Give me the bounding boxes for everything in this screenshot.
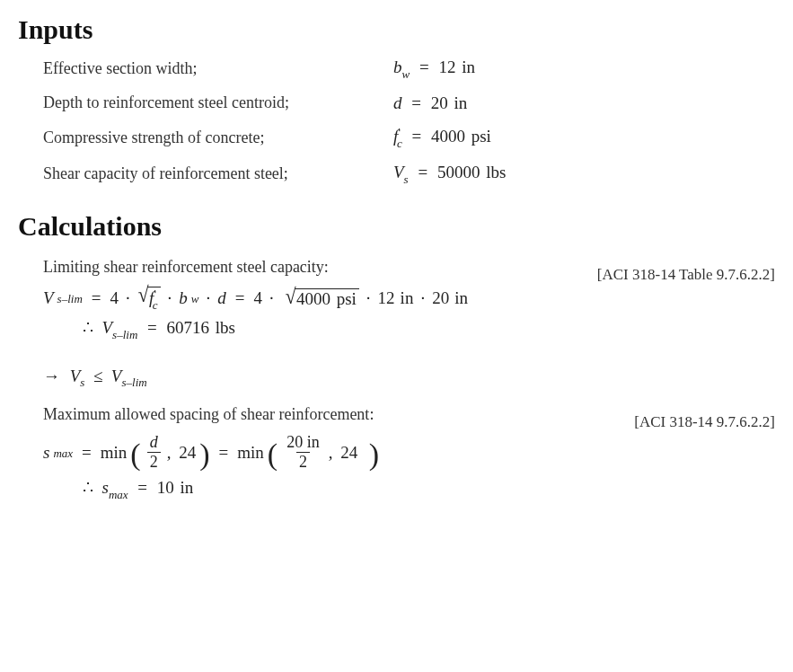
input-desc: Shear capacity of reinforcement steel; [43, 164, 393, 183]
input-expr: Vs = 50000 lbs [393, 163, 775, 186]
min-const: 24 [179, 443, 196, 463]
relation: ≤ [93, 367, 102, 385]
fc-val: 4000 [296, 289, 330, 308]
input-value: 50000 [437, 163, 480, 181]
input-desc: Effective section width; [43, 59, 393, 78]
input-value: 20 [431, 93, 448, 112]
smax-unit: in [181, 478, 194, 497]
reference-citation: [ACI 318-14 9.7.6.2.2] [634, 413, 775, 431]
d-over-2-sym: d 2 [147, 433, 161, 472]
input-desc: Depth to reinforcement steel centroid; [43, 93, 393, 112]
frac-den: 2 [147, 452, 161, 472]
calculations-heading: Calculations [18, 211, 775, 242]
input-unit: psi [471, 127, 491, 146]
input-unit: lbs [486, 163, 506, 181]
coeff-num: 4 [254, 288, 263, 308]
input-row: Effective section width; bw = 12 in [43, 57, 775, 81]
input-value: 12 [438, 57, 455, 76]
frac-num: d [147, 433, 161, 452]
d-val: 20 [432, 288, 449, 308]
input-row: Depth to reinforcement steel centroid; d… [43, 93, 775, 113]
input-row: Shear capacity of reinforcement steel; V… [43, 163, 775, 186]
vslim-equation-line: [ACI 318-14 Table 9.7.6.2.2] Vs–lim = 4 … [43, 286, 775, 341]
vslim-equation: Vs–lim = 4 · √ f′c · bw · d = 4 · √ 4000… [43, 286, 775, 312]
smax-equation: smax = min ( d 2 , 24 ) = min ( 20 in 2 … [43, 433, 775, 472]
reference-citation: [ACI 318-14 Table 9.7.6.2.2] [597, 266, 775, 284]
frac-den: 2 [296, 452, 310, 472]
d-unit: in [454, 288, 468, 308]
fc-unit: psi [337, 289, 357, 308]
bw-val: 12 [378, 288, 395, 308]
condition-line: → Vs ≤ Vs–lim [43, 367, 775, 390]
input-expr: d = 20 in [393, 93, 775, 113]
input-unit: in [454, 93, 467, 112]
frac-num: 20 in [284, 433, 322, 452]
calculations-block: Limiting shear reinforcement steel capac… [43, 258, 775, 502]
bw-unit: in [401, 288, 414, 308]
smax-equation-line: [ACI 318-14 9.7.6.2.2] smax = min ( d 2 … [43, 433, 775, 501]
inputs-block: Effective section width; bw = 12 in Dept… [43, 57, 775, 186]
d-over-2-num: 20 in 2 [284, 433, 322, 472]
smax-result: 10 [157, 478, 174, 497]
input-row: Compressive strength of concrete; f′c = … [43, 126, 775, 150]
vslim-unit: lbs [216, 318, 235, 337]
sqrt-fc-num: √ 4000 psi [285, 287, 359, 309]
inputs-heading: Inputs [18, 14, 775, 45]
sqrt-fc-sym: √ f′c [137, 286, 161, 312]
smax-result-line: ∴ smax = 10 in [83, 477, 775, 501]
coeff: 4 [110, 288, 119, 308]
vslim-result: 60716 [167, 318, 210, 337]
input-value: 4000 [431, 127, 465, 146]
input-expr: bw = 12 in [393, 57, 775, 81]
min-const: 24 [340, 443, 357, 463]
input-expr: f′c = 4000 psi [393, 126, 775, 150]
input-desc: Compressive strength of concrete; [43, 128, 393, 147]
vslim-result-line: ∴ Vs–lim = 60716 lbs [83, 317, 775, 341]
input-unit: in [462, 57, 475, 76]
